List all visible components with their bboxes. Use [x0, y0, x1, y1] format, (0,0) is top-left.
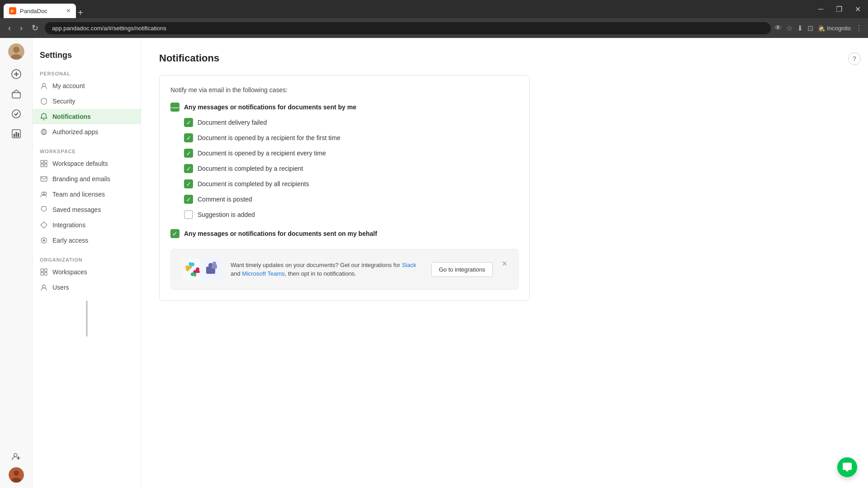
close-button[interactable]: ✕ [851, 3, 864, 15]
early-access-icon [40, 236, 48, 244]
window-controls: ─ ❐ ✕ [815, 3, 864, 15]
item1-checkbox[interactable]: ✓ [184, 133, 193, 142]
organization-section-label: ORGANIZATION [33, 253, 141, 264]
item0-label: Document delivery failed [198, 119, 267, 126]
users-label: Users [52, 284, 69, 291]
download-icon[interactable]: ⬇ [797, 24, 803, 33]
sidebar-item-early-access[interactable]: Early access [33, 233, 141, 248]
bookmark-icon[interactable]: ☆ [786, 24, 793, 33]
notify-item-3: ✓ Document is completed by a recipient [184, 161, 519, 176]
tab-title: PandaDoc [20, 8, 47, 14]
item3-label: Document is completed by a recipient [198, 165, 303, 172]
user-avatar[interactable] [9, 467, 24, 483]
chat-bubble[interactable] [837, 457, 857, 477]
home-icon-button[interactable] [7, 85, 25, 103]
profile-icon[interactable]: ⊡ [807, 24, 813, 33]
incognito-icon: 🕵 [818, 25, 825, 32]
notify-group-2: ✓ Any messages or notifications for docu… [170, 229, 519, 238]
browser-chrome: P PandaDoc × + ─ ❐ ✕ [0, 0, 868, 18]
promo-close-button[interactable]: × [502, 258, 507, 269]
svg-rect-46 [193, 271, 200, 273]
promo-icons [182, 258, 222, 280]
address-bar-row: ‹ › ↻ 👁 ☆ ⬇ ⊡ 🕵 Incognito ⋮ [0, 18, 868, 38]
sidebar-item-authorized-apps[interactable]: Authorized apps [33, 124, 141, 140]
sidebar-item-notifications[interactable]: Notifications [33, 109, 141, 124]
forward-button[interactable]: › [17, 22, 25, 35]
item2-checkbox[interactable]: ✓ [184, 149, 193, 158]
integrations-icon [40, 221, 48, 229]
group2-checkbox[interactable]: ✓ [170, 229, 179, 238]
add-user-rail-button[interactable] [7, 447, 25, 465]
sidebar-item-workspaces[interactable]: Workspaces [33, 264, 141, 280]
address-input[interactable] [45, 22, 771, 34]
item5-label: Comment is posted [198, 196, 252, 203]
close-tab-button[interactable]: × [66, 7, 71, 14]
browser-tabs: P PandaDoc × + [4, 0, 83, 18]
item6-label: Suggestion is added [198, 211, 255, 218]
item4-checkbox[interactable]: ✓ [184, 179, 193, 188]
address-bar-icons: 👁 ☆ ⬇ ⊡ 🕵 Incognito ⋮ [774, 24, 863, 33]
reload-button[interactable]: ↻ [29, 21, 41, 35]
svg-rect-30 [41, 177, 47, 181]
notify-group-2-header: ✓ Any messages or notifications for docu… [170, 229, 519, 238]
promo-text-after: , then opt in to notifications. [285, 270, 356, 277]
avatar[interactable] [8, 43, 24, 60]
help-question-mark: ? [853, 55, 856, 62]
sidebar-item-users[interactable]: Users [33, 280, 141, 295]
saved-messages-icon [40, 206, 48, 214]
workspaces-icon [40, 268, 48, 276]
help-icon[interactable]: ? [848, 52, 861, 65]
incognito-button[interactable]: 🕵 Incognito [818, 25, 851, 32]
notify-item-1: ✓ Document is opened by a recipient for … [184, 131, 519, 145]
sidebar-item-branding-emails[interactable]: Branding and emails [33, 171, 141, 187]
active-tab[interactable]: P PandaDoc × [4, 4, 76, 18]
sidebar-item-workspace-defaults[interactable]: Workspace defaults [33, 156, 141, 171]
notify-item-0: ✓ Document delivery failed [184, 115, 519, 130]
svg-rect-12 [15, 132, 17, 137]
svg-point-36 [43, 239, 45, 242]
notifications-card: Notify me via email in the following cas… [159, 75, 530, 301]
item0-checkbox[interactable]: ✓ [184, 118, 193, 127]
security-icon [40, 97, 48, 105]
eye-slash-icon: 👁 [774, 24, 782, 32]
sidebar-item-team-licenses[interactable]: Team and licenses [33, 187, 141, 202]
item3-checkbox[interactable]: ✓ [184, 164, 193, 173]
sidebar-scrollbar-thumb [86, 300, 88, 337]
sidebar-item-my-account[interactable]: My account [33, 78, 141, 94]
svg-rect-38 [44, 269, 47, 272]
minimize-button[interactable]: ─ [815, 3, 827, 15]
branding-emails-icon [40, 175, 48, 183]
new-tab-button[interactable]: + [78, 8, 83, 18]
notify-intro: Notify me via email in the following cas… [170, 86, 519, 94]
workspace-defaults-label: Workspace defaults [52, 160, 108, 167]
svg-rect-45 [185, 266, 192, 268]
teams-link[interactable]: Microsoft Teams [242, 270, 284, 277]
back-button[interactable]: ‹ [5, 22, 14, 35]
slack-link[interactable]: Slack [402, 262, 416, 268]
item5-checkbox[interactable]: ✓ [184, 195, 193, 204]
restore-button[interactable]: ❐ [832, 3, 846, 15]
sidebar-item-security[interactable]: Security [33, 94, 141, 109]
sidebar-item-integrations[interactable]: Integrations [33, 217, 141, 233]
item6-checkbox[interactable] [184, 210, 193, 219]
chart-icon-button[interactable] [7, 125, 25, 143]
notify-items-group1: ✓ Document delivery failed ✓ Document is… [170, 115, 519, 222]
promo-text-between: and [231, 270, 242, 277]
integrations-label: Integrations [52, 221, 85, 229]
sidebar-nav: Settings PERSONAL My account Security No… [33, 38, 141, 488]
svg-point-50 [196, 267, 199, 271]
svg-rect-8 [12, 93, 20, 98]
svg-rect-13 [18, 133, 19, 137]
svg-rect-29 [44, 164, 47, 167]
group1-checkbox[interactable]: — [170, 103, 179, 112]
incognito-label: Incognito [827, 25, 851, 32]
my-account-icon [40, 82, 48, 90]
svg-point-48 [191, 272, 194, 276]
menu-icon[interactable]: ⋮ [855, 24, 863, 33]
group1-label: Any messages or notifications for docume… [184, 103, 356, 111]
add-icon-button[interactable] [7, 65, 25, 83]
check-icon-button[interactable] [7, 105, 25, 123]
sidebar-item-saved-messages[interactable]: Saved messages [33, 202, 141, 217]
go-to-integrations-button[interactable]: Go to integrations [431, 262, 493, 277]
workspaces-label: Workspaces [52, 268, 87, 276]
